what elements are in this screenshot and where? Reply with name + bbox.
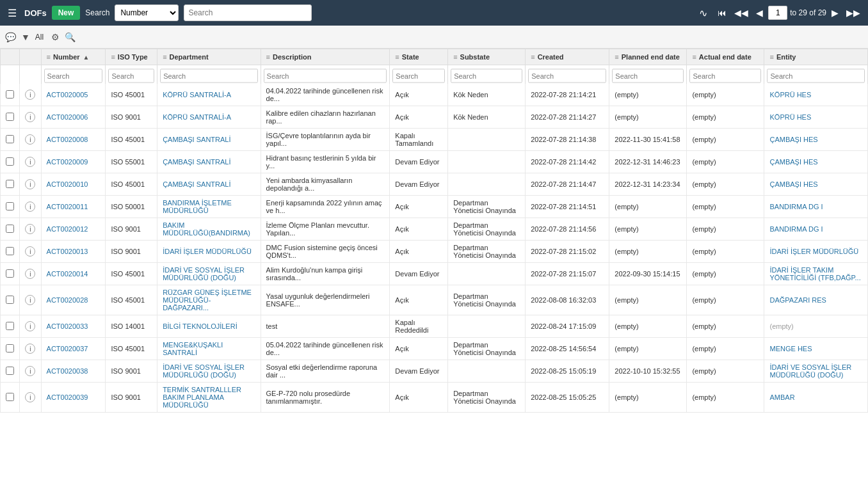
settings-icon[interactable]: ⚙: [51, 32, 60, 42]
actual-header[interactable]: ≡Actual end date: [687, 49, 764, 65]
number-link[interactable]: ACT0020012: [47, 225, 88, 233]
info-icon[interactable]: i: [25, 295, 35, 305]
number-link[interactable]: ACT0020011: [47, 203, 88, 210]
row-checkbox-cell[interactable]: [1, 106, 20, 129]
number-link[interactable]: ACT0020039: [47, 393, 88, 401]
number-link[interactable]: ACT0020010: [47, 180, 88, 188]
row-checkbox-cell[interactable]: [1, 196, 20, 218]
actual-search-input[interactable]: [689, 69, 761, 83]
row-checkbox-cell[interactable]: [1, 315, 20, 338]
chat-icon[interactable]: 💬: [5, 32, 16, 42]
info-icon[interactable]: i: [25, 269, 35, 279]
row-checkbox-cell[interactable]: [1, 129, 20, 151]
number-link[interactable]: ACT0020033: [47, 322, 88, 330]
entity-link[interactable]: AMBAR: [769, 393, 794, 401]
isotype-header[interactable]: ≡ISO Type: [106, 49, 157, 65]
nav-prev-fast-button[interactable]: ◀◀: [732, 6, 751, 19]
row-checkbox[interactable]: [6, 344, 14, 352]
row-checkbox[interactable]: [6, 135, 14, 143]
dept-link[interactable]: ÇAMBAŞI SANTRALİ: [163, 136, 230, 143]
dept-link[interactable]: RÜZGAR GÜNEŞ İŞLETME MÜDÜRLÜĞÜ-DAĞPAZARI…: [163, 289, 252, 312]
created-search-input[interactable]: [528, 69, 606, 83]
nav-prev-button[interactable]: ◀: [753, 6, 766, 19]
entity-link[interactable]: ÇAMBAŞI HES: [769, 158, 817, 166]
isotype-search-input[interactable]: [108, 69, 154, 83]
search-type-select[interactable]: NumberDescriptionStateEntity: [115, 4, 179, 21]
row-checkbox[interactable]: [6, 180, 14, 188]
created-header[interactable]: ≡Created: [526, 49, 609, 65]
dofs-label[interactable]: DOFs: [24, 8, 47, 18]
entity-link[interactable]: BANDIRMA DG I: [769, 225, 823, 233]
dept-link[interactable]: İDARİ İŞLER MÜDÜRLÜĞÜ: [163, 248, 252, 255]
info-icon[interactable]: i: [25, 134, 35, 145]
dept-link[interactable]: ÇAMBAŞI SANTRALİ: [163, 180, 230, 188]
info-icon[interactable]: i: [25, 224, 35, 234]
row-checkbox[interactable]: [6, 367, 14, 375]
dept-link[interactable]: TERMİK SANTRALLLER BAKIM PLANLAMA MÜDÜRL…: [163, 386, 241, 409]
number-link[interactable]: ACT0020006: [47, 113, 88, 121]
planned-search-input[interactable]: [612, 69, 684, 83]
row-checkbox-cell[interactable]: [1, 285, 20, 315]
entity-link[interactable]: BANDIRMA DG I: [769, 203, 823, 210]
row-checkbox-cell[interactable]: [1, 218, 20, 241]
search-icon[interactable]: 🔍: [65, 32, 76, 42]
number-link[interactable]: ACT0020038: [47, 367, 88, 375]
dept-link[interactable]: ÇAMBAŞI SANTRALİ: [163, 158, 230, 166]
entity-link[interactable]: İDARİ İŞLER MÜDÜRLÜĞÜ: [769, 248, 858, 255]
row-checkbox-cell[interactable]: [1, 84, 20, 106]
entity-link[interactable]: İDARİ VE SOSYAL İŞLER MÜDÜRLÜĞÜ (DOĞU): [769, 363, 851, 379]
row-checkbox[interactable]: [6, 90, 14, 99]
row-checkbox[interactable]: [6, 157, 14, 166]
entity-link[interactable]: ÇAMBAŞI HES: [769, 136, 817, 143]
desc-search-input[interactable]: [264, 69, 387, 83]
entity-header[interactable]: ≡Entity: [764, 49, 868, 65]
info-icon[interactable]: i: [25, 321, 35, 331]
row-checkbox[interactable]: [6, 202, 14, 210]
info-icon[interactable]: i: [25, 90, 35, 100]
dept-link[interactable]: BANDIRMA İŞLETME MÜDÜRLÜĞÜ: [163, 199, 232, 214]
row-checkbox[interactable]: [6, 322, 14, 330]
row-checkbox-cell[interactable]: [1, 263, 20, 285]
info-icon[interactable]: i: [25, 392, 35, 402]
row-checkbox[interactable]: [6, 393, 14, 401]
number-search-input[interactable]: [44, 69, 103, 83]
row-checkbox-cell[interactable]: [1, 383, 20, 413]
row-checkbox[interactable]: [6, 225, 14, 233]
row-checkbox-cell[interactable]: [1, 241, 20, 263]
entity-link[interactable]: KÖPRÜ HES: [769, 91, 811, 99]
row-checkbox[interactable]: [6, 113, 14, 121]
state-header[interactable]: ≡State: [390, 49, 448, 65]
department-header[interactable]: ≡Department: [157, 49, 261, 65]
number-link[interactable]: ACT0020028: [47, 296, 88, 304]
dept-link[interactable]: İDARİ VE SOSYAL İŞLER MÜDÜRLÜĞÜ (DOĞU): [163, 266, 245, 281]
info-icon[interactable]: i: [25, 112, 35, 122]
number-header[interactable]: ≡Number ▲: [41, 49, 106, 65]
entity-link[interactable]: KÖPRÜ HES: [769, 113, 811, 121]
number-link[interactable]: ACT0020037: [47, 345, 88, 352]
substate-header[interactable]: ≡Substate: [448, 49, 526, 65]
row-checkbox[interactable]: [6, 247, 14, 255]
number-link[interactable]: ACT0020014: [47, 270, 88, 278]
entity-link[interactable]: DAĞPAZARI RES: [769, 296, 826, 304]
nav-next-button[interactable]: ▶: [829, 6, 841, 19]
dept-link[interactable]: BİLGİ TEKNOLOJİLERİ: [163, 322, 237, 330]
number-link[interactable]: ACT0020005: [47, 91, 88, 99]
dept-link[interactable]: KÖPRÜ SANTRALİ-A: [163, 113, 231, 121]
row-checkbox-cell[interactable]: [1, 360, 20, 383]
info-icon[interactable]: i: [25, 366, 35, 376]
dept-search-input[interactable]: [160, 69, 257, 83]
info-icon[interactable]: i: [25, 179, 35, 189]
nav-next-fast-button[interactable]: ▶▶: [844, 6, 863, 19]
search-input[interactable]: [184, 4, 312, 21]
dept-link[interactable]: MENGE&KUŞAKLI SANTRALİ: [163, 341, 223, 356]
filter-icon[interactable]: ▼: [21, 32, 30, 42]
entity-link[interactable]: MENGE HES: [769, 345, 812, 352]
dept-link[interactable]: BAKIM MÜDÜRLÜĞÜ(BANDIRMA): [163, 221, 250, 237]
menu-icon[interactable]: ☰: [5, 4, 19, 22]
number-link[interactable]: ACT0020009: [47, 158, 88, 166]
number-link[interactable]: ACT0020013: [47, 248, 88, 255]
dept-link[interactable]: İDARİ VE SOSYAL İŞLER MÜDÜRLÜĞÜ (DOĞU): [163, 363, 245, 379]
row-checkbox[interactable]: [6, 269, 14, 278]
row-checkbox[interactable]: [6, 296, 14, 304]
description-header[interactable]: ≡Description: [261, 49, 390, 65]
